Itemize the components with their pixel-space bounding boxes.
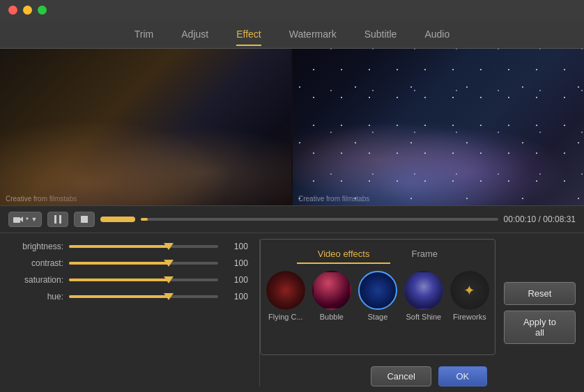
effect-name-flying-c: Flying C... bbox=[268, 313, 303, 321]
time-display: 00:00:10 / 00:08:31 bbox=[504, 214, 576, 224]
cancel-button[interactable]: Cancel bbox=[371, 366, 431, 386]
tab-video-effects[interactable]: Video effects bbox=[297, 245, 391, 264]
effect-soft-shine[interactable]: Soft Shine bbox=[404, 271, 443, 321]
effect-thumb-stage bbox=[358, 271, 397, 310]
svg-rect-0 bbox=[13, 217, 20, 223]
contrast-slider[interactable] bbox=[69, 262, 218, 265]
ok-button[interactable]: OK bbox=[438, 366, 487, 386]
tab-subtitle[interactable]: Subtitle bbox=[364, 26, 397, 42]
saturation-value: 100 bbox=[224, 275, 248, 285]
video-section: Creative from filmstabs Creative from fi… bbox=[0, 49, 584, 205]
effects-grid: Flying C... Bubble Stage Soft Shine Fire… bbox=[266, 271, 489, 321]
effect-thumb-bubble bbox=[312, 271, 351, 310]
sliders-section: brightness: 100 contrast: 100 saturation… bbox=[0, 233, 259, 392]
contrast-value: 100 bbox=[224, 258, 248, 268]
tab-audio[interactable]: Audio bbox=[424, 26, 449, 42]
brightness-label: brightness: bbox=[11, 242, 63, 251]
tab-effect[interactable]: Effect bbox=[236, 26, 261, 42]
stop-button[interactable] bbox=[74, 212, 95, 227]
effect-name-soft-shine: Soft Shine bbox=[406, 313, 441, 321]
close-button[interactable] bbox=[8, 6, 17, 15]
reset-button[interactable]: Reset bbox=[504, 282, 576, 305]
effect-name-bubble: Bubble bbox=[320, 313, 344, 321]
minimize-button[interactable] bbox=[23, 6, 32, 15]
effect-name-stage: Stage bbox=[368, 313, 388, 321]
controls-bar: ▼ 00:00:10 / 00:08:31 bbox=[0, 205, 584, 233]
effect-thumb-flying-c bbox=[266, 271, 305, 310]
brightness-row: brightness: 100 bbox=[11, 242, 248, 251]
tab-trim[interactable]: Trim bbox=[135, 26, 153, 42]
maximize-button[interactable] bbox=[38, 6, 47, 15]
svg-marker-1 bbox=[20, 217, 23, 222]
brightness-value: 100 bbox=[224, 242, 248, 251]
hue-label: hue: bbox=[11, 292, 63, 301]
brightness-slider[interactable] bbox=[69, 245, 218, 248]
hue-row: hue: 100 bbox=[11, 292, 248, 301]
apply-all-button[interactable]: Apply to all bbox=[504, 311, 576, 344]
svg-rect-4 bbox=[81, 216, 88, 223]
effect-bubble[interactable]: Bubble bbox=[312, 271, 351, 321]
volume-slider[interactable] bbox=[100, 217, 135, 222]
bottom-buttons-row: Cancel OK bbox=[260, 361, 495, 392]
effect-thumb-soft-shine bbox=[404, 271, 443, 310]
tab-frame[interactable]: Frame bbox=[390, 245, 459, 264]
effect-fireworks[interactable]: Fireworks bbox=[450, 271, 489, 321]
effect-flying-c[interactable]: Flying C... bbox=[266, 271, 305, 321]
effect-name-fireworks: Fireworks bbox=[453, 313, 486, 321]
svg-rect-3 bbox=[59, 215, 61, 224]
saturation-label: saturation: bbox=[11, 275, 63, 285]
svg-rect-2 bbox=[54, 215, 56, 224]
video-panel-right: Creative from filmstabs bbox=[293, 49, 584, 205]
pause-button[interactable] bbox=[47, 212, 68, 227]
contrast-label: contrast: bbox=[11, 258, 63, 268]
contrast-row: contrast: 100 bbox=[11, 258, 248, 268]
effect-stage[interactable]: Stage bbox=[358, 271, 397, 321]
effects-tabs: Video effects Frame bbox=[266, 245, 489, 264]
effects-area: Video effects Frame Flying C... Bubble S… bbox=[260, 233, 495, 392]
hue-value: 100 bbox=[224, 292, 248, 301]
saturation-slider[interactable] bbox=[69, 279, 218, 281]
hue-slider[interactable] bbox=[69, 295, 218, 298]
action-buttons: Reset Apply to all bbox=[495, 233, 584, 392]
title-bar bbox=[0, 0, 584, 19]
progress-bar[interactable] bbox=[141, 218, 498, 221]
saturation-row: saturation: 100 bbox=[11, 275, 248, 285]
bottom-panel: brightness: 100 contrast: 100 saturation… bbox=[0, 233, 584, 392]
tab-adjust[interactable]: Adjust bbox=[181, 26, 208, 42]
video-panel-left: Creative from filmstabs bbox=[0, 49, 291, 205]
camera-button[interactable]: ▼ bbox=[8, 212, 42, 227]
effect-thumb-fireworks bbox=[450, 271, 489, 310]
tab-watermark[interactable]: Watermark bbox=[289, 26, 337, 42]
tab-bar: Trim Adjust Effect Watermark Subtitle Au… bbox=[0, 19, 584, 49]
effects-panel: Video effects Frame Flying C... Bubble S… bbox=[260, 239, 495, 355]
